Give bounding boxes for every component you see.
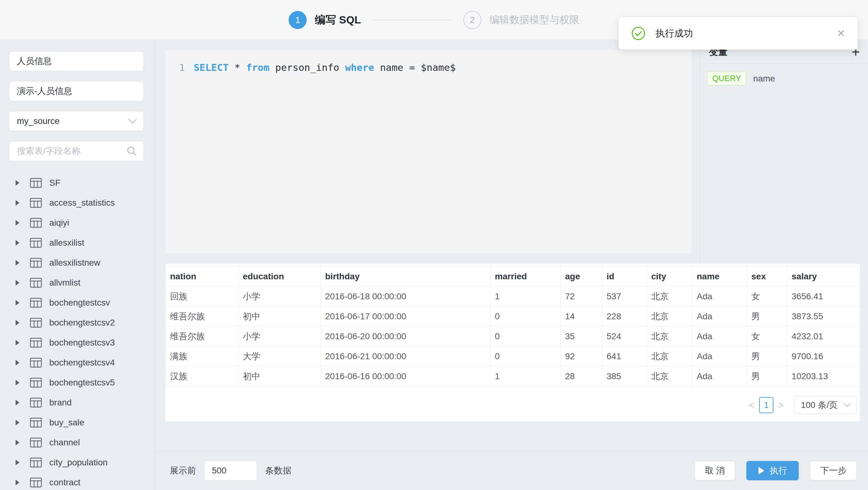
caret-right-icon[interactable] [15,399,20,406]
caret-right-icon[interactable] [15,459,20,466]
tree-item-label: bochengtestcsv4 [49,358,115,368]
caret-right-icon[interactable] [15,340,20,346]
table-search-input[interactable] [9,141,144,161]
caret-right-icon[interactable] [15,360,20,366]
cell-married: 0 [491,346,561,366]
caret-right-icon[interactable] [15,379,20,386]
tree-item-contract[interactable]: contract [0,472,155,490]
tree-item-bochengtestcsv2[interactable]: bochengtestcsv2 [0,313,155,333]
results-header-row: nationeducationbirthdaymarriedageidcityn… [166,267,860,286]
cell-education: 小学 [238,327,321,346]
model-name-input[interactable] [9,51,144,71]
caret-right-icon[interactable] [15,220,20,226]
variables-list: QUERYname [700,64,868,93]
tree-item-allesxilist[interactable]: allesxilist [0,233,155,253]
tree-item-access_statistics[interactable]: access_statistics [0,193,155,213]
cell-name: Ada [692,327,747,346]
cell-sex: 男 [747,306,787,327]
success-notification: 执行成功 ✕ [619,17,858,50]
pagination: < 1 > 100 条/页 [744,396,857,415]
caret-right-icon[interactable] [15,200,20,206]
sql-token: SELECT [194,62,229,73]
tree-item-label: allesxilist [49,238,84,248]
tree-item-channel[interactable]: channel [0,433,155,453]
caret-right-icon[interactable] [15,260,20,266]
tree-item-aiqiyi[interactable]: aiqiyi [0,213,155,233]
play-icon [758,467,765,475]
tree-item-label: SF [49,178,61,188]
step-2-circle: 2 [463,11,482,29]
cell-name: Ada [692,306,747,327]
next-step-button[interactable]: 下一步 [810,461,857,480]
execute-button[interactable]: 执行 [746,461,799,480]
tree-item-bochengtestcsv[interactable]: bochengtestcsv [0,293,155,313]
column-header-salary: salary [787,267,860,286]
table-tree: SFaccess_statisticsaiqiyiallesxilistalle… [0,173,155,490]
footer-bar: 展示前 条数据 取 消 执行 下一步 [155,451,868,490]
limit-suffix-label: 条数据 [265,465,291,477]
column-header-married: married [491,267,561,286]
close-icon[interactable]: ✕ [837,27,845,39]
sql-editor[interactable]: 1SELECT * from person_info where name = … [165,50,691,253]
tree-item-brand[interactable]: brand [0,393,155,412]
next-page-button[interactable]: > [773,399,788,411]
cell-sex: 男 [747,346,787,366]
table-grid-icon [30,378,42,388]
execute-button-label: 执行 [770,465,787,477]
tree-item-allesxilistnew[interactable]: allesxilistnew [0,253,155,273]
cancel-button[interactable]: 取 消 [694,461,735,480]
datasource-select[interactable]: my_source [9,111,144,131]
cell-age: 92 [561,346,602,366]
cell-id: 385 [602,366,647,387]
caret-right-icon[interactable] [15,280,20,286]
table-grid-icon [30,437,42,448]
step-1-write-sql[interactable]: 1 编写 SQL [289,11,361,29]
tree-item-city_population[interactable]: city_population [0,453,155,472]
line-number: 1 [179,58,185,77]
cell-city: 北京 [647,327,692,346]
caret-right-icon[interactable] [15,300,20,306]
tree-item-label: access_statistics [49,198,115,208]
column-header-name: name [692,267,747,286]
notification-message: 执行成功 [655,27,693,40]
display-name-input[interactable] [9,81,144,101]
column-header-city: city [647,267,692,286]
page-size-select[interactable]: 100 条/页 [794,396,857,414]
table-row: 汉族初中2016-06-16 00:00:00128385北京Ada男10203… [166,366,860,387]
tree-item-bochengtestcsv4[interactable]: bochengtestcsv4 [0,353,155,373]
tree-item-buy_sale[interactable]: buy_sale [0,412,155,433]
caret-right-icon[interactable] [15,439,20,446]
tree-item-label: buy_sale [49,418,84,428]
tree-item-bochengtestcsv3[interactable]: bochengtestcsv3 [0,333,155,353]
tree-item-allvmlist[interactable]: allvmlist [0,273,155,293]
row-limit-input[interactable] [204,461,257,481]
column-header-education: education [238,267,321,286]
cell-nation: 维吾尔族 [166,327,238,346]
sql-token: from [246,62,270,73]
cell-married: 1 [491,286,561,306]
tree-item-SF[interactable]: SF [0,173,155,193]
caret-right-icon[interactable] [15,240,20,246]
cell-married: 1 [491,366,561,387]
caret-right-icon[interactable] [15,420,20,426]
cell-city: 北京 [647,366,692,387]
cell-sex: 女 [747,327,787,346]
tree-item-label: bochengtestcsv2 [49,318,115,328]
sql-token: person_info [269,62,345,73]
cell-birthday: 2016-06-20 00:00:00 [321,327,491,346]
prev-page-button[interactable]: < [744,399,759,411]
sql-code-line: 1SELECT * from person_info where name = … [179,58,685,77]
table-grid-icon [30,178,42,188]
step-2-edit-model[interactable]: 2 编辑数据模型与权限 [463,11,579,29]
tree-item-bochengtestcsv5[interactable]: bochengtestcsv5 [0,373,155,393]
cell-nation: 汉族 [166,366,238,387]
cell-sex: 男 [747,366,787,387]
caret-right-icon[interactable] [15,319,20,326]
variable-type-tag: QUERY [707,72,746,85]
column-header-birthday: birthday [321,267,491,286]
cell-education: 初中 [238,306,321,327]
page-number-button[interactable]: 1 [759,397,773,413]
caret-right-icon[interactable] [15,180,20,186]
caret-right-icon[interactable] [15,480,20,486]
variable-item-name[interactable]: QUERYname [707,72,861,85]
